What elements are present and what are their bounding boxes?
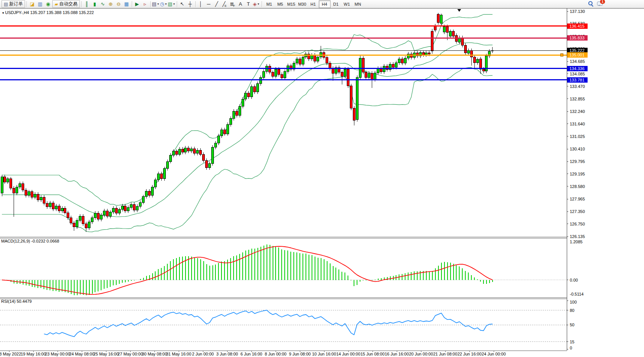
horizontal-line-icon: ─ (207, 2, 210, 6)
svg-text:50: 50 (570, 323, 574, 327)
auto-trading-button[interactable]: ▰自动交易 (52, 0, 80, 8)
notifications-icon[interactable]: 1 (597, 0, 603, 6)
vline-button[interactable]: │ (197, 0, 205, 8)
svg-text:30 May 08:00: 30 May 08:00 (142, 352, 167, 356)
timeframe-m1[interactable]: M1 (264, 1, 275, 8)
svg-text:2 Jun 00:00: 2 Jun 00:00 (192, 352, 214, 356)
folder-icon: ▰ (55, 2, 58, 7)
tile-windows-icon: ▦ (124, 2, 129, 6)
signal-icon: ◉ (46, 2, 50, 6)
auto-scroll-button[interactable]: ▶ (133, 0, 141, 8)
line-chart-button[interactable]: ∿ (99, 0, 107, 8)
new-order-icon: ▤ (4, 2, 8, 7)
svg-text:134.336: 134.336 (569, 66, 585, 71)
timeframe-d1[interactable]: D1 (331, 1, 341, 8)
new-order-button-label: 新订单 (9, 1, 23, 7)
text-label-icon: T (247, 2, 250, 6)
indicators-button[interactable]: ▤▼ (152, 0, 160, 8)
line-chart-icon: ∿ (101, 2, 105, 6)
svg-text:1.2085: 1.2085 (570, 240, 583, 244)
svg-text:23 May 00:00: 23 May 00:00 (45, 352, 70, 356)
chart-canvas[interactable]: 137.130136.530135.915135.300134.685134.0… (0, 0, 644, 357)
svg-text:31 May 16:00: 31 May 16:00 (166, 352, 192, 356)
candlestick-icon: ▮ (94, 2, 96, 6)
signals-button[interactable]: ◉ (44, 0, 52, 8)
toolbar-separator (177, 1, 177, 7)
tile-windows-button[interactable]: ▦ (123, 0, 131, 8)
timeframe-toolbar: M1M5M15M30H1H4D1W1MN (264, 0, 363, 8)
timeframe-mn[interactable]: MN (352, 1, 363, 8)
svg-text:19 May 16:00: 19 May 16:00 (21, 352, 46, 356)
zoom-in-button[interactable]: ⊕ (107, 0, 115, 8)
periods-button[interactable]: ◷▼ (160, 0, 168, 8)
svg-text:135.833: 135.833 (569, 36, 585, 40)
crosshair-icon: ┼ (188, 2, 192, 6)
text-button[interactable]: A (237, 0, 245, 8)
svg-text:128.580: 128.580 (570, 184, 585, 189)
macd-label: MACD(12,26,9) -0.0232 0.0668 (1, 239, 59, 243)
crosshair-button[interactable]: ┼ (186, 0, 194, 8)
timeframe-h1[interactable]: H1 (308, 1, 319, 8)
zoom-out-button[interactable]: ⊖ (115, 0, 123, 8)
svg-text:137.130: 137.130 (570, 9, 585, 14)
svg-text:10 Jun 16:00: 10 Jun 16:00 (312, 352, 336, 356)
cursor-button[interactable]: ↖ (178, 0, 186, 8)
svg-text:-0.5114: -0.5114 (570, 292, 584, 296)
chart-shift-button[interactable]: ▹ (141, 0, 149, 8)
template-icon: ▧ (168, 2, 172, 6)
svg-text:100: 100 (570, 300, 577, 304)
toolbar-separator (27, 1, 27, 7)
timeframe-h4[interactable]: H4 (319, 0, 331, 8)
shift-marker-icon (457, 9, 461, 12)
candlestick-button[interactable]: ▮ (91, 0, 99, 8)
svg-text:3 Jun 08:00: 3 Jun 08:00 (216, 352, 238, 356)
chevron-down-icon: ▼ (173, 3, 175, 5)
svg-text:15: 15 (570, 340, 574, 344)
arrows-button[interactable]: ◈▼ (253, 0, 260, 8)
bar-chart-button[interactable]: ║ (83, 0, 91, 8)
svg-text:16 Jun 16:00: 16 Jun 16:00 (385, 352, 409, 356)
timeframe-m30[interactable]: M30 (297, 1, 308, 8)
svg-text:0: 0 (570, 346, 572, 350)
timeframe-m5[interactable]: M5 (275, 1, 286, 8)
templates-button[interactable]: ▧▼ (168, 0, 176, 8)
svg-text:133.781: 133.781 (569, 78, 585, 82)
svg-text:14 Jun 00:00: 14 Jun 00:00 (336, 352, 360, 356)
shapes-icon: ◈ (253, 2, 257, 6)
svg-text:18 May 2022: 18 May 2022 (0, 352, 21, 356)
svg-text:0.00: 0.00 (570, 278, 578, 282)
trendline-button[interactable]: ╱ (213, 0, 221, 8)
fibonacci-icon-letter: F (233, 5, 235, 8)
trendline-icon: ╱ (215, 2, 218, 6)
channel-button[interactable]: ╱E (221, 0, 229, 8)
symbol-dropdown-icon[interactable]: ▾ (2, 11, 4, 15)
svg-text:22 Jun 16:00: 22 Jun 16:00 (457, 352, 482, 356)
toolbar-separator (81, 1, 82, 7)
chevron-down-icon: ▼ (157, 3, 159, 5)
svg-text:6 Jun 16:00: 6 Jun 16:00 (240, 352, 262, 356)
timeframe-w1[interactable]: W1 (341, 1, 352, 8)
market-watch-button[interactable]: ◪ (28, 0, 36, 8)
label-button[interactable]: T (245, 0, 253, 8)
symbol-title: ▾USDJPY-,H4 135.207 135.388 135.088 135.… (2, 10, 94, 15)
svg-text:27 May 00:00: 27 May 00:00 (118, 352, 143, 356)
hline-button[interactable]: ─ (205, 0, 213, 8)
svg-text:133.470: 133.470 (570, 84, 585, 89)
svg-text:20 Jun 00:00: 20 Jun 00:00 (409, 352, 433, 356)
svg-text:9 Jun 08:00: 9 Jun 08:00 (289, 352, 311, 356)
data-window-button[interactable]: ▥ (36, 0, 44, 8)
search-icon[interactable] (588, 0, 594, 6)
rsi-label: RSI(14) 50.4479 (1, 299, 32, 304)
svg-text:126.135: 126.135 (570, 234, 585, 239)
svg-text:129.795: 129.795 (570, 159, 585, 164)
fibonacci-button[interactable]: ≣F (229, 0, 237, 8)
chevron-down-icon: ▼ (165, 3, 167, 5)
toolbar: ▤新订单◪▥◉▰自动交易║▮∿⊕⊖▦▶▹▤▼◷▼▧▼↖┼│─╱╱E≣FAT◈▼ … (0, 0, 644, 8)
timeframe-m15[interactable]: M15 (286, 1, 297, 8)
clock-icon: ◷ (160, 2, 164, 6)
svg-text:15 Jun 08:00: 15 Jun 08:00 (360, 352, 385, 356)
new-order-button[interactable]: ▤新订单 (2, 0, 25, 8)
svg-text:24 Jun 00:00: 24 Jun 00:00 (482, 352, 506, 356)
svg-text:132.855: 132.855 (570, 97, 585, 101)
channel-icon-letter: E (225, 5, 226, 8)
